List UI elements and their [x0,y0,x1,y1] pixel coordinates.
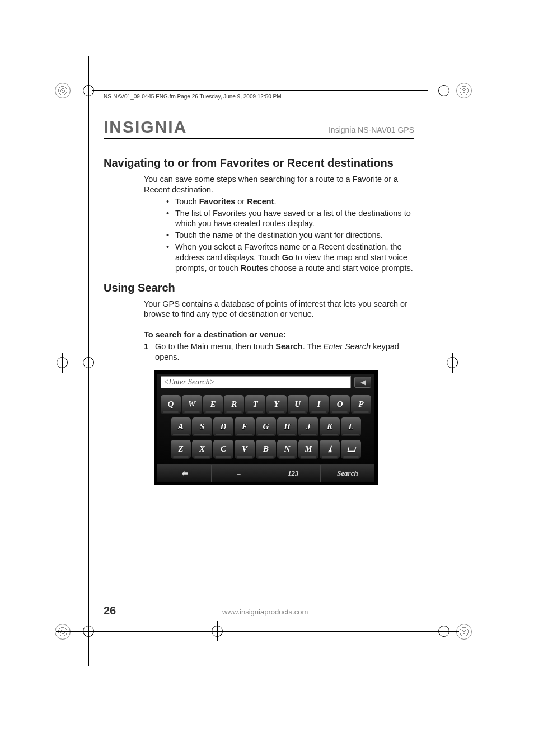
key-w[interactable]: W [182,395,202,414]
page-footer: 26 www.insigniaproducts.com [104,602,414,617]
list-button[interactable]: ≡ [212,465,266,482]
key-y[interactable]: Y [266,395,287,414]
key-j[interactable]: J [298,417,318,436]
bullet-2: The list of Favorites you have saved or … [166,208,414,229]
key-r[interactable]: R [224,395,244,414]
keypad-bottom-bar: ⬅ ≡ 123 Search [157,464,374,482]
key-l[interactable]: L [341,417,361,436]
key-o[interactable]: O [330,395,350,414]
numeric-button[interactable]: 123 [266,465,321,482]
key-x[interactable]: X [192,440,212,459]
print-meta: NS-NAV01_09-0445 ENG.fm Page 26 Tuesday,… [104,93,282,100]
key-t[interactable]: T [245,395,265,414]
space-key[interactable]: ⌴ [341,440,361,459]
section1-intro: You can save some steps when searching f… [144,174,414,195]
section1-body: You can save some steps when searching f… [144,174,414,274]
key-i[interactable]: I [309,395,329,414]
bullet-4: When you select a Favorites name or a Re… [166,242,414,274]
key-h[interactable]: H [277,417,297,436]
key-p[interactable]: P [351,395,371,414]
back-button[interactable]: ⬅ [157,465,212,482]
key-e[interactable]: E [203,395,223,414]
key-a[interactable]: A [171,417,191,436]
gps-keypad-screenshot: <Enter Search> ◀ QWERTYUIOP ASDFGHJKL ZX… [154,370,378,485]
header-row: INSIGNIA Insignia NS-NAV01 GPS [104,118,414,139]
shift-key[interactable]: ⤓ [320,440,340,459]
section2-title: Using Search [104,281,414,294]
backspace-key[interactable]: ◀ [354,377,371,388]
bullet-1: Touch Favorites or Recent. [166,196,414,207]
section2-intro: Your GPS contains a database of points o… [144,299,414,320]
key-b[interactable]: B [256,440,276,459]
key-f[interactable]: F [235,417,255,436]
procedure-heading: To search for a destination or venue: [144,330,414,340]
key-q[interactable]: Q [161,395,181,414]
key-n[interactable]: N [277,440,297,459]
key-v[interactable]: V [235,440,255,459]
footer-url: www.insigniaproducts.com [222,608,308,616]
search-button[interactable]: Search [321,465,374,482]
key-u[interactable]: U [288,395,308,414]
section2-body: Your GPS contains a database of points o… [144,299,414,363]
section1-title: Navigating to or from Favorites or Recen… [104,157,414,170]
key-s[interactable]: S [192,417,212,436]
key-m[interactable]: M [298,440,318,459]
key-d[interactable]: D [213,417,233,436]
step-1: 1 Go to the Main menu, then touch Search… [144,341,414,363]
key-k[interactable]: K [320,417,340,436]
key-c[interactable]: C [213,440,233,459]
brand-logo: INSIGNIA [104,118,187,137]
search-input[interactable]: <Enter Search> [161,376,351,388]
key-g[interactable]: G [256,417,276,436]
keyboard: QWERTYUIOP ASDFGHJKL ZXCVBNM⤓⌴ [157,391,374,464]
bullet-3: Touch the name of the destination you wa… [166,230,414,241]
page-content: INSIGNIA Insignia NS-NAV01 GPS Navigatin… [104,118,414,485]
product-name: Insignia NS-NAV01 GPS [329,125,414,134]
step-number: 1 [144,341,148,363]
key-z[interactable]: Z [171,440,191,459]
page-number: 26 [104,604,116,617]
